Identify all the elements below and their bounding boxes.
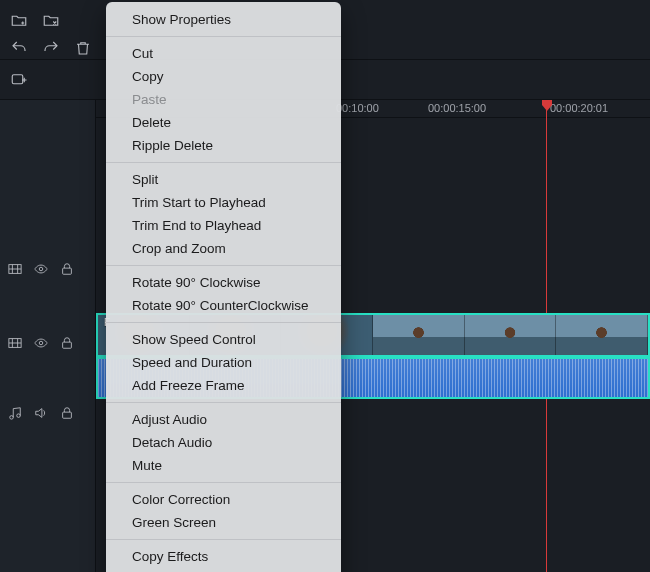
- menu-item-label: Crop and Zoom: [132, 241, 226, 256]
- lock-icon[interactable]: [60, 406, 74, 420]
- menu-item-label: Copy Effects: [132, 549, 208, 564]
- video-track-header: [0, 262, 96, 276]
- audio-track-header: [0, 406, 96, 420]
- menu-item[interactable]: Show Speed Control: [106, 328, 341, 351]
- ruler-tick: 00:10:00: [336, 102, 379, 114]
- menu-item-label: Trim Start to Playhead: [132, 195, 266, 210]
- menu-item-label: Trim End to Playhead: [132, 218, 261, 233]
- ruler-tick: 00:00:20:01: [550, 102, 608, 114]
- add-marker-icon[interactable]: [10, 71, 28, 89]
- menu-item-label: Split: [132, 172, 158, 187]
- menu-item[interactable]: Show Properties: [106, 8, 341, 31]
- menu-item-label: Show Speed Control: [132, 332, 256, 347]
- menu-item-label: Color Correction: [132, 492, 230, 507]
- menu-item-label: Add Freeze Frame: [132, 378, 245, 393]
- eye-icon[interactable]: [34, 336, 48, 350]
- menu-separator: [106, 402, 341, 403]
- video-track-header-2: [0, 336, 96, 350]
- menu-item-label: Delete: [132, 115, 171, 130]
- menu-item[interactable]: Cut: [106, 42, 341, 65]
- menu-item[interactable]: Speed and Duration: [106, 351, 341, 374]
- menu-item[interactable]: Detach Audio: [106, 431, 341, 454]
- menu-item-label: Mute: [132, 458, 162, 473]
- svg-rect-0: [12, 74, 23, 83]
- svg-rect-7: [63, 412, 72, 418]
- menu-item[interactable]: Mute: [106, 454, 341, 477]
- menu-item-label: Adjust Audio: [132, 412, 207, 427]
- menu-item-label: Rotate 90° CounterClockwise: [132, 298, 308, 313]
- svg-rect-3: [63, 268, 72, 274]
- menu-item-label: Detach Audio: [132, 435, 212, 450]
- menu-item-label: Rotate 90° Clockwise: [132, 275, 260, 290]
- menu-item[interactable]: Delete: [106, 111, 341, 134]
- clip-thumbnail: [556, 315, 648, 355]
- menu-item[interactable]: Rotate 90° Clockwise: [106, 271, 341, 294]
- playhead-icon[interactable]: [540, 100, 554, 112]
- menu-separator: [106, 162, 341, 163]
- track-header-column: [0, 100, 96, 572]
- menu-item[interactable]: Add Freeze Frame: [106, 374, 341, 397]
- context-menu: Show PropertiesCutCopyPasteDeleteRipple …: [106, 2, 341, 572]
- menu-separator: [106, 539, 341, 540]
- menu-separator: [106, 265, 341, 266]
- svg-point-2: [39, 267, 43, 271]
- menu-item-label: Copy: [132, 69, 164, 84]
- redo-icon[interactable]: [42, 39, 60, 57]
- menu-item[interactable]: Color Correction: [106, 488, 341, 511]
- menu-item: Paste: [106, 88, 341, 111]
- menu-item[interactable]: Trim End to Playhead: [106, 214, 341, 237]
- eye-icon[interactable]: [34, 262, 48, 276]
- clip-thumbnail: [465, 315, 557, 355]
- folder-add-icon[interactable]: [10, 11, 28, 29]
- grid-icon[interactable]: [8, 336, 22, 350]
- menu-item-label: Speed and Duration: [132, 355, 252, 370]
- menu-item-label: Show Properties: [132, 12, 231, 27]
- menu-item[interactable]: Ripple Delete: [106, 134, 341, 157]
- menu-item[interactable]: Rotate 90° CounterClockwise: [106, 294, 341, 317]
- ruler-tick: 00:00:15:00: [428, 102, 486, 114]
- menu-item[interactable]: Trim Start to Playhead: [106, 191, 341, 214]
- menu-item[interactable]: Crop and Zoom: [106, 237, 341, 260]
- menu-item-label: Paste: [132, 92, 167, 107]
- menu-separator: [106, 322, 341, 323]
- menu-separator: [106, 36, 341, 37]
- trash-icon[interactable]: [74, 39, 92, 57]
- folder-delete-icon[interactable]: [42, 11, 60, 29]
- menu-item: Paste Effects: [106, 568, 341, 572]
- menu-item[interactable]: Copy: [106, 65, 341, 88]
- svg-rect-6: [63, 342, 72, 348]
- menu-item-label: Ripple Delete: [132, 138, 213, 153]
- speaker-icon[interactable]: [34, 406, 48, 420]
- undo-icon[interactable]: [10, 39, 28, 57]
- menu-item[interactable]: Split: [106, 168, 341, 191]
- music-icon[interactable]: [8, 406, 22, 420]
- menu-item-label: Green Screen: [132, 515, 216, 530]
- lock-icon[interactable]: [60, 336, 74, 350]
- menu-item-label: Cut: [132, 46, 153, 61]
- menu-separator: [106, 482, 341, 483]
- menu-item[interactable]: Copy Effects: [106, 545, 341, 568]
- clip-thumbnail: [373, 315, 465, 355]
- svg-point-5: [39, 341, 43, 345]
- grid-icon[interactable]: [8, 262, 22, 276]
- menu-item[interactable]: Adjust Audio: [106, 408, 341, 431]
- menu-item[interactable]: Green Screen: [106, 511, 341, 534]
- lock-icon[interactable]: [60, 262, 74, 276]
